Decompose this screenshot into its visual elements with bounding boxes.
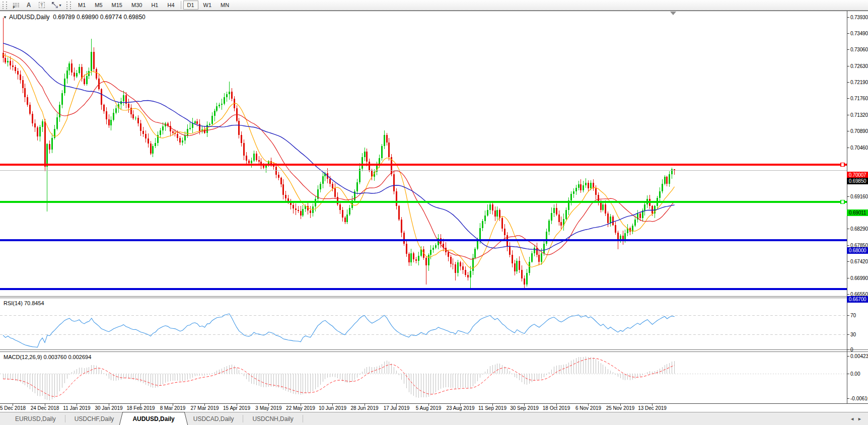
price-axis: 0.739300.734900.730600.726300.721900.717… <box>847 15 868 401</box>
pane-borders <box>0 11 868 404</box>
tab-scroll-arrows[interactable]: ◄► <box>850 416 865 421</box>
rsi-tick-label: 0 <box>850 347 853 352</box>
tab-audusd[interactable]: AUDUSD,Daily <box>123 412 183 425</box>
timeframe-button-w1[interactable]: W1 <box>199 1 216 10</box>
price-tick-label: 0.66990 <box>850 275 868 281</box>
text-icon[interactable]: T <box>36 1 48 10</box>
macd-tick-label: -0.00610 <box>850 396 868 401</box>
date-tick-label: 28 Jun 2019 <box>350 405 378 411</box>
ma-mid-line <box>3 51 675 259</box>
chart-tab-bar: EURUSD,DailyUSDCHF,DailyAUDUSD,DailyUSDC… <box>0 412 868 425</box>
rsi-tick-label: 70 <box>850 313 856 318</box>
date-tick-label: 24 Dec 2018 <box>31 405 59 411</box>
arrows-glyph <box>51 2 58 9</box>
date-tick-label: 5 Aug 2019 <box>416 405 442 411</box>
ma-slow-line <box>3 43 675 250</box>
chart-shift-marker-icon[interactable] <box>670 12 676 15</box>
date-tick-label: 11 Jan 2019 <box>63 405 91 411</box>
price-tick-label: 0.68290 <box>850 226 868 232</box>
price-chart-canvas[interactable]: 0.739300.734900.730600.726300.721900.717… <box>0 11 868 425</box>
toolbar-grip[interactable] <box>3 2 7 9</box>
timeframe-button-d1[interactable]: D1 <box>183 1 198 10</box>
chart-window[interactable]: 0.739300.734900.730600.726300.721900.717… <box>0 11 868 425</box>
text-label-icon[interactable]: A <box>23 1 35 10</box>
price-tick-label: 0.70890 <box>850 128 868 134</box>
date-tick-label: 17 Jul 2019 <box>384 405 410 411</box>
chart-title: ▼AUDUSD,Daily 0.69789 0.69890 0.69774 0.… <box>3 14 146 21</box>
macd-pane <box>0 357 847 400</box>
toolbar: F A T ▾ M1M5M15M30H1H4D1W1MN <box>0 0 868 11</box>
macd-tick-label: 0.00 <box>850 371 860 377</box>
tab-separator <box>303 415 303 422</box>
date-tick-label: 3 May 2019 <box>255 405 282 411</box>
timeframe-button-mn[interactable]: MN <box>216 1 233 10</box>
price-tick-label: 0.69160 <box>850 194 868 199</box>
scroll-right-icon[interactable]: ► <box>857 416 865 421</box>
ma-fast-line <box>3 54 675 268</box>
date-tick-label: 30 Sep 2019 <box>510 405 539 411</box>
timeframe-button-m5[interactable]: M5 <box>91 1 106 10</box>
date-tick-label: 13 Dec 2019 <box>638 405 667 411</box>
price-tick-label: 0.72630 <box>850 63 868 69</box>
symbol-label: AUDUSD,Daily <box>9 14 50 21</box>
date-tick-label: 8 Mar 2019 <box>160 405 186 411</box>
timeframe-grip[interactable] <box>66 2 71 9</box>
price-tick-label: 0.72190 <box>850 80 868 85</box>
symbol-dropdown-icon[interactable]: ▼ <box>3 15 7 20</box>
toolbar-divider <box>181 1 181 9</box>
dropdown-caret-icon[interactable]: ▾ <box>59 3 61 8</box>
level-handle[interactable] <box>841 200 844 204</box>
time-axis: 5 Dec 201824 Dec 201811 Jan 201930 Jan 2… <box>0 404 667 411</box>
level-price-tag[interactable]: 0.66700 <box>847 296 868 303</box>
timeframe-button-m15[interactable]: M15 <box>108 1 126 10</box>
arrows-icon[interactable]: ▾ <box>49 1 64 10</box>
price-tick-label: 0.70460 <box>850 145 868 151</box>
date-tick-label: 5 Dec 2018 <box>0 405 26 411</box>
timeframe-group: M1M5M15M30H1H4D1W1MN <box>74 0 234 11</box>
date-tick-label: 18 Oct 2019 <box>543 405 570 411</box>
timeframe-button-m1[interactable]: M1 <box>74 1 90 10</box>
tab-usdcad[interactable]: USDCAD,Daily <box>184 412 243 425</box>
timeframe-button-m30[interactable]: M30 <box>127 1 146 10</box>
fibonacci-dots: F <box>13 3 19 8</box>
date-tick-label: 25 Nov 2019 <box>606 405 635 411</box>
rsi-indicator-label: RSI(14) 70.8454 <box>4 300 44 306</box>
level-handle[interactable] <box>841 163 844 166</box>
price-tick-label: 0.73060 <box>850 47 868 52</box>
date-tick-label: 23 Aug 2019 <box>446 405 475 411</box>
rsi-line <box>3 314 675 347</box>
timeframe-button-h1[interactable]: H1 <box>147 1 162 10</box>
date-tick-label: 11 Sep 2019 <box>478 405 507 411</box>
ohlc-readout: 0.69789 0.69890 0.69774 0.69850 <box>53 14 146 21</box>
fibonacci-icon[interactable]: F <box>10 1 22 10</box>
level-price-tag[interactable]: 0.68000 <box>847 247 868 254</box>
level-price-tag[interactable]: 0.69011 <box>847 209 868 216</box>
date-tick-label: 18 Feb 2019 <box>126 405 155 411</box>
macd-tick-label: 0.00423 <box>850 353 868 359</box>
date-tick-label: 15 Apr 2019 <box>223 405 250 411</box>
tab-eurusd[interactable]: EURUSD,Daily <box>6 412 65 425</box>
candles <box>3 18 676 289</box>
fibonacci-letter: F <box>13 6 15 9</box>
rsi-tick-label: 30 <box>850 332 856 337</box>
date-tick-label: 22 May 2019 <box>286 405 315 411</box>
current-price-tag: 0.69850 <box>847 178 868 184</box>
scroll-left-icon[interactable]: ◄ <box>850 416 857 421</box>
date-tick-label: 27 Mar 2019 <box>190 405 219 411</box>
date-tick-label: 30 Jan 2019 <box>95 405 122 411</box>
price-tick-label: 0.71320 <box>850 112 868 118</box>
rsi-pane <box>0 314 847 347</box>
macd-indicator-label: MACD(12,26,9) 0.003760 0.002694 <box>4 354 91 360</box>
price-tick-label: 0.73490 <box>850 31 868 36</box>
tab-usdchf[interactable]: USDCHF,Daily <box>65 412 123 425</box>
date-tick-label: 6 Nov 2019 <box>575 405 602 411</box>
date-tick-label: 10 Jun 2019 <box>319 405 346 411</box>
tab-usdcnh[interactable]: USDCNH,Daily <box>243 412 302 425</box>
level-lines <box>0 163 847 289</box>
macd-signal-line <box>3 359 675 397</box>
price-tick-label: 0.71760 <box>850 96 868 101</box>
price-tick-label: 0.67420 <box>850 259 868 264</box>
timeframe-button-h4[interactable]: H4 <box>163 1 178 10</box>
price-tick-label: 0.73930 <box>850 15 868 20</box>
